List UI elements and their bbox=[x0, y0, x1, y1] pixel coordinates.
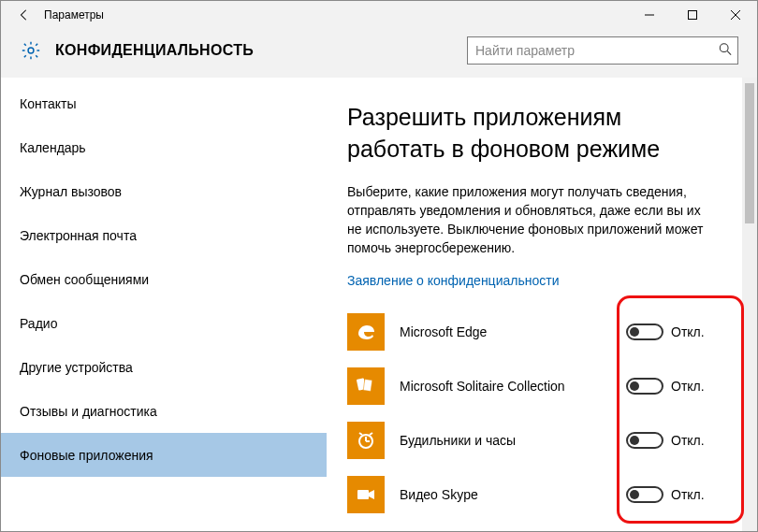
toggle-label: Откл. bbox=[671, 487, 710, 502]
svg-line-12 bbox=[359, 433, 362, 435]
sidebar-item-label: Другие устройства bbox=[20, 360, 133, 375]
edge-icon bbox=[347, 313, 385, 351]
content: Разрешить приложениям работать в фоновом… bbox=[327, 78, 742, 531]
sidebar-item-other-devices[interactable]: Другие устройства bbox=[1, 345, 327, 389]
scrollbar[interactable] bbox=[742, 78, 757, 531]
settings-window: Параметры КОНФИДЕНЦИАЛЬНОСТЬ bbox=[0, 0, 758, 532]
sidebar-item-label: Журнал вызовов bbox=[20, 184, 122, 199]
app-name: Будильники и часы bbox=[400, 433, 626, 448]
sidebar-item-contacts[interactable]: Контакты bbox=[1, 81, 327, 125]
toggle-switch[interactable] bbox=[626, 486, 663, 503]
back-button[interactable] bbox=[8, 1, 40, 29]
search-container bbox=[467, 36, 738, 65]
svg-point-5 bbox=[720, 44, 728, 52]
svg-rect-14 bbox=[357, 490, 369, 499]
privacy-statement-link[interactable]: Заявление о конфиденциальности bbox=[347, 273, 559, 288]
svg-rect-1 bbox=[689, 11, 697, 20]
minimize-button[interactable] bbox=[628, 1, 671, 29]
svg-line-13 bbox=[370, 433, 372, 435]
app-toggle[interactable]: Откл. bbox=[626, 324, 710, 340]
sidebar-item-label: Обмен сообщениями bbox=[20, 272, 149, 287]
sidebar-item-background-apps[interactable]: Фоновые приложения bbox=[1, 433, 327, 477]
window-controls bbox=[628, 1, 757, 29]
close-button[interactable] bbox=[714, 1, 757, 29]
solitaire-icon bbox=[347, 367, 385, 405]
search-box[interactable] bbox=[467, 36, 738, 65]
titlebar: Параметры bbox=[1, 1, 757, 29]
search-icon bbox=[719, 43, 732, 59]
sidebar-item-feedback[interactable]: Отзывы и диагностика bbox=[1, 389, 327, 433]
svg-point-4 bbox=[28, 48, 34, 53]
app-row-solitaire: Microsoft Solitaire Collection Откл. bbox=[347, 359, 710, 413]
search-input[interactable] bbox=[468, 37, 737, 64]
toggle-label: Откл. bbox=[671, 379, 710, 394]
app-name: Microsoft Solitaire Collection bbox=[400, 379, 626, 394]
toggle-switch[interactable] bbox=[626, 432, 663, 449]
sidebar: Контакты Календарь Журнал вызовов Электр… bbox=[1, 78, 327, 531]
toggle-switch[interactable] bbox=[626, 378, 663, 395]
alarm-icon bbox=[347, 422, 385, 459]
scrollbar-thumb[interactable] bbox=[745, 83, 754, 223]
app-toggle[interactable]: Откл. bbox=[626, 432, 710, 449]
gear-icon bbox=[20, 39, 42, 62]
app-row-skype-video: Видео Skype Откл. bbox=[347, 467, 710, 522]
app-list: Microsoft Edge Откл. Microsoft Solitaire… bbox=[347, 305, 710, 522]
app-toggle[interactable]: Откл. bbox=[626, 486, 710, 503]
maximize-button[interactable] bbox=[671, 1, 714, 29]
content-heading: Разрешить приложениям работать в фоновом… bbox=[347, 102, 710, 165]
sidebar-item-messaging[interactable]: Обмен сообщениями bbox=[1, 257, 327, 301]
header: КОНФИДЕНЦИАЛЬНОСТЬ bbox=[1, 29, 757, 78]
sidebar-item-label: Радио bbox=[20, 316, 57, 331]
sidebar-item-label: Контакты bbox=[20, 96, 76, 111]
sidebar-item-radio[interactable]: Радио bbox=[1, 301, 327, 345]
svg-line-6 bbox=[727, 51, 731, 55]
video-icon bbox=[347, 476, 385, 513]
toggle-switch[interactable] bbox=[626, 324, 663, 340]
toggle-label: Откл. bbox=[671, 324, 710, 339]
sidebar-item-label: Календарь bbox=[20, 140, 86, 155]
sidebar-item-label: Отзывы и диагностика bbox=[20, 404, 157, 419]
content-wrap: Разрешить приложениям работать в фоновом… bbox=[327, 78, 757, 531]
sidebar-item-label: Фоновые приложения bbox=[20, 448, 153, 463]
sidebar-item-label: Электронная почта bbox=[20, 228, 137, 243]
app-toggle[interactable]: Откл. bbox=[626, 378, 710, 395]
page-title: КОНФИДЕНЦИАЛЬНОСТЬ bbox=[55, 42, 254, 59]
content-description: Выберите, какие приложения могут получат… bbox=[347, 182, 710, 258]
toggle-label: Откл. bbox=[671, 433, 710, 448]
window-title: Параметры bbox=[40, 8, 104, 22]
app-row-edge: Microsoft Edge Откл. bbox=[347, 305, 710, 359]
sidebar-item-calendar[interactable]: Календарь bbox=[1, 125, 327, 169]
sidebar-item-email[interactable]: Электронная почта bbox=[1, 213, 327, 257]
app-name: Видео Skype bbox=[400, 487, 626, 502]
app-name: Microsoft Edge bbox=[400, 324, 626, 339]
body: Контакты Календарь Журнал вызовов Электр… bbox=[1, 78, 757, 531]
svg-rect-8 bbox=[363, 379, 372, 391]
sidebar-item-call-history[interactable]: Журнал вызовов bbox=[1, 169, 327, 213]
app-row-alarms: Будильники и часы Откл. bbox=[347, 413, 710, 467]
